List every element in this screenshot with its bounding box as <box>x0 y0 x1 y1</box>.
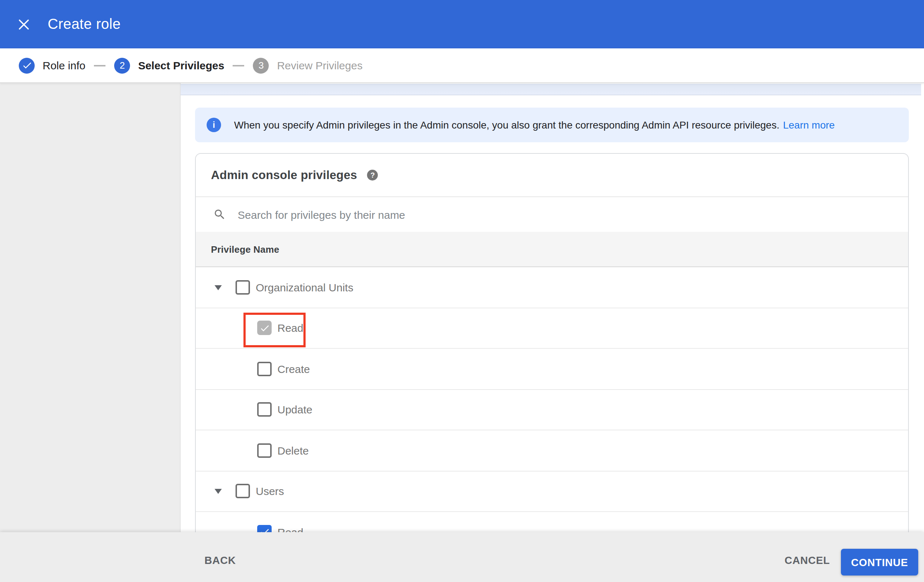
privilege-row-users: Users <box>196 471 908 512</box>
privilege-label: Users <box>256 485 284 498</box>
privilege-row-organizational-units: Organizational Units <box>196 267 908 308</box>
table-header: Privilege Name <box>196 232 908 267</box>
privilege-checkbox-delete[interactable] <box>257 444 272 458</box>
step-number-badge: 3 <box>253 58 269 73</box>
privilege-checkbox-users[interactable] <box>236 484 250 499</box>
expand-collapse-arrow-icon[interactable] <box>214 489 222 494</box>
privilege-row-create: Create <box>196 349 908 389</box>
privilege-checkbox-update[interactable] <box>257 402 272 417</box>
stepper-step-review-privileges[interactable]: 3Review Privileges <box>253 58 363 73</box>
stepper-step-role-info[interactable]: Role info <box>19 58 85 73</box>
expand-collapse-arrow-icon[interactable] <box>214 285 222 290</box>
privilege-label: Read <box>277 322 304 334</box>
app-bar: Create role <box>0 0 924 48</box>
info-banner-text: When you specify Admin privileges in the… <box>234 119 779 131</box>
close-button[interactable] <box>9 10 38 39</box>
privilege-label: Delete <box>277 444 309 457</box>
step-connector <box>233 64 244 66</box>
privilege-row-update: Update <box>196 389 908 430</box>
search-icon <box>213 208 226 221</box>
help-icon[interactable]: ? <box>367 170 378 181</box>
info-banner: i When you specify Admin privileges in t… <box>195 107 909 142</box>
info-icon: i <box>206 118 221 132</box>
admin-privileges-card: Admin console privileges ? Privilege Nam… <box>195 153 909 552</box>
privilege-label: Create <box>277 363 310 375</box>
step-label: Review Privileges <box>277 59 363 71</box>
card-title: Admin console privileges <box>211 168 357 182</box>
search-row <box>196 197 908 232</box>
privilege-row-delete: Delete <box>196 430 908 471</box>
stepper: Role info2Select Privileges3Review Privi… <box>0 48 924 83</box>
continue-button[interactable]: CONTINUE <box>841 549 918 575</box>
step-label: Select Privileges <box>138 59 224 71</box>
learn-more-link[interactable]: Learn more <box>783 119 835 131</box>
step-label: Role info <box>43 59 85 71</box>
privilege-label: Organizational Units <box>256 281 353 293</box>
step-connector <box>94 64 106 66</box>
check-icon <box>21 60 32 71</box>
privilege-row-read: Read <box>196 308 908 349</box>
privilege-label: Update <box>277 404 312 416</box>
column-header-privilege-name: Privilege Name <box>211 244 279 254</box>
step-number-badge: 2 <box>114 58 130 73</box>
stepper-step-select-privileges[interactable]: 2Select Privileges <box>114 58 224 73</box>
search-input[interactable] <box>236 208 673 221</box>
close-icon <box>17 18 30 31</box>
dialog-title: Create role <box>48 16 120 33</box>
back-button[interactable]: BACK <box>205 554 236 566</box>
left-sidebar <box>0 83 181 582</box>
privilege-checkbox-create[interactable] <box>257 362 272 376</box>
privilege-checkbox-read[interactable] <box>257 321 272 335</box>
step-completed-check-icon <box>19 58 35 73</box>
cancel-button[interactable]: CANCEL <box>785 554 830 566</box>
privilege-checkbox-organizational-units[interactable] <box>236 280 250 295</box>
create-role-dialog: Create role Role info2Select Privileges3… <box>0 0 924 582</box>
card-title-row: Admin console privileges ? <box>196 154 908 197</box>
scrolled-content-strip <box>181 84 921 95</box>
check-icon <box>259 323 270 334</box>
privileges-table-body: Organizational UnitsReadCreateUpdateDele… <box>196 267 908 552</box>
